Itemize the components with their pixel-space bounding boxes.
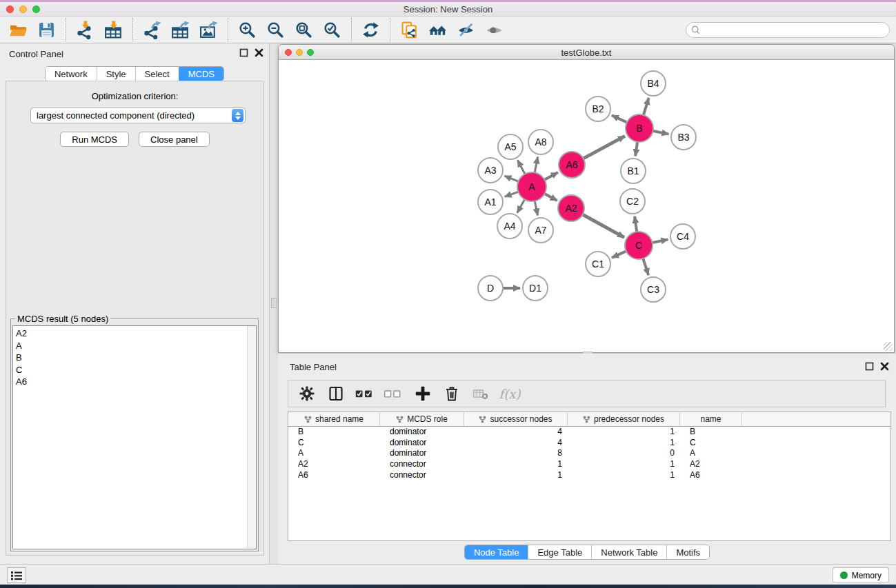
- graph-node-a6[interactable]: A6: [559, 152, 585, 178]
- search-input[interactable]: [686, 22, 890, 38]
- column-header-predecessor-nodes[interactable]: predecessor nodes: [568, 412, 680, 426]
- graph-edge-a-a7[interactable]: [535, 200, 538, 216]
- graph-node-b1[interactable]: B1: [621, 159, 646, 183]
- result-node-a[interactable]: A: [16, 340, 256, 352]
- graph-node-c1[interactable]: C1: [586, 252, 610, 276]
- tab-motifs[interactable]: Motifs: [666, 545, 709, 559]
- tab-select[interactable]: Select: [135, 67, 179, 81]
- network-canvas[interactable]: AA6A2BCA1A3A4A5A7A8B1B2B3B4C1C2C3C4DD1: [279, 61, 894, 352]
- graph-node-b[interactable]: B: [626, 114, 653, 142]
- graph-edge-a-a5[interactable]: [517, 160, 526, 175]
- graph-edge-b-b3[interactable]: [652, 131, 669, 134]
- close-panel-icon[interactable]: [255, 48, 263, 57]
- float-panel-icon[interactable]: [239, 48, 248, 57]
- graph-edge-a2-c[interactable]: [581, 214, 624, 237]
- graph-node-b3[interactable]: B3: [671, 125, 696, 150]
- close-panel-button[interactable]: Close panel: [139, 132, 210, 147]
- graph-edge-c-c3[interactable]: [643, 257, 649, 275]
- export-table-icon[interactable]: [169, 19, 192, 41]
- deselect-all-columns-icon[interactable]: [384, 383, 404, 404]
- graph-node-c3[interactable]: C3: [641, 277, 666, 302]
- table-row-b[interactable]: Bdominator41B: [288, 427, 890, 438]
- zoom-in-icon[interactable]: [236, 19, 259, 41]
- close-table-panel-icon[interactable]: [880, 362, 889, 371]
- result-node-c[interactable]: C: [16, 364, 256, 376]
- column-header-shared-name[interactable]: shared name: [288, 412, 380, 426]
- memory-button[interactable]: Memory: [833, 567, 889, 583]
- graph-edge-c-c1[interactable]: [612, 250, 628, 257]
- split-divider-handle-vertical[interactable]: [271, 298, 277, 308]
- first-neighbors-icon[interactable]: [426, 19, 449, 41]
- zoom-out-icon[interactable]: [264, 19, 287, 41]
- graph-node-d[interactable]: D: [478, 276, 503, 301]
- tab-style[interactable]: Style: [97, 67, 135, 81]
- graph-node-a7[interactable]: A7: [528, 218, 553, 243]
- task-history-button[interactable]: [7, 567, 26, 583]
- column-header-successor-nodes[interactable]: successor nodes: [464, 412, 568, 426]
- table-settings-icon[interactable]: [297, 383, 317, 404]
- save-session-icon[interactable]: [35, 19, 58, 41]
- table-row-a[interactable]: Adominator80A: [288, 448, 890, 459]
- tab-node-table[interactable]: Node Table: [465, 545, 528, 559]
- graph-node-a2[interactable]: A2: [558, 195, 584, 221]
- graph-node-c2[interactable]: C2: [620, 189, 645, 214]
- hide-selected-icon[interactable]: [455, 19, 477, 41]
- run-mcds-button[interactable]: Run MCDS: [60, 132, 129, 147]
- graph-node-a3[interactable]: A3: [478, 158, 503, 183]
- import-network-icon[interactable]: [74, 19, 97, 41]
- refresh-icon[interactable]: [359, 19, 382, 41]
- tab-network[interactable]: Network: [46, 67, 97, 81]
- show-all-icon[interactable]: [483, 19, 506, 41]
- graph-node-a5[interactable]: A5: [498, 134, 523, 159]
- zoom-selected-icon[interactable]: [321, 19, 344, 41]
- create-column-icon[interactable]: [412, 383, 433, 404]
- tab-network-table[interactable]: Network Table: [591, 545, 666, 559]
- delete-column-icon[interactable]: [441, 383, 462, 404]
- select-all-columns-icon[interactable]: [355, 383, 375, 404]
- graph-edge-a-a3[interactable]: [504, 176, 519, 182]
- graph-node-a1[interactable]: A1: [478, 190, 503, 214]
- optimization-criterion-select[interactable]: largest connected component (directed): [30, 108, 246, 123]
- function-builder-icon[interactable]: f(x): [499, 383, 520, 404]
- table-row-a6[interactable]: A6connector11A6: [288, 470, 890, 481]
- graph-edge-a-a8[interactable]: [535, 157, 538, 174]
- graph-node-c[interactable]: C: [625, 232, 653, 259]
- delete-table-icon[interactable]: [470, 383, 491, 404]
- export-network-icon[interactable]: [141, 19, 163, 41]
- clone-network-icon[interactable]: [398, 19, 421, 41]
- graph-edge-c-c4[interactable]: [651, 239, 668, 243]
- open-file-icon[interactable]: [7, 19, 30, 41]
- zoom-fit-icon[interactable]: [292, 19, 315, 41]
- result-node-a2[interactable]: A2: [16, 327, 256, 340]
- graph-edge-a-a6[interactable]: [544, 172, 558, 181]
- graph-node-a8[interactable]: A8: [528, 130, 553, 154]
- graph-node-a[interactable]: A: [517, 172, 546, 201]
- import-table-icon[interactable]: [102, 19, 125, 41]
- graph-node-a4[interactable]: A4: [497, 214, 522, 239]
- result-list-scrollbar[interactable]: [247, 326, 256, 549]
- tab-mcds[interactable]: MCDS: [179, 67, 223, 81]
- tab-edge-table[interactable]: Edge Table: [528, 545, 591, 559]
- column-header-name[interactable]: name: [680, 412, 742, 426]
- graph-node-c4[interactable]: C4: [670, 224, 695, 249]
- resize-grip-icon[interactable]: [884, 342, 893, 351]
- graph-node-b4[interactable]: B4: [641, 71, 666, 96]
- graph-node-b2[interactable]: B2: [586, 97, 610, 121]
- graph-edge-c-c2[interactable]: [635, 216, 637, 233]
- network-window-titlebar[interactable]: testGlobe.txt: [279, 45, 894, 60]
- table-row-a2[interactable]: A2connector11A2: [288, 459, 890, 470]
- graph-edge-b-b1[interactable]: [635, 141, 637, 156]
- export-image-icon[interactable]: [197, 19, 220, 41]
- result-node-b[interactable]: B: [16, 352, 256, 364]
- graph-node-d1[interactable]: D1: [523, 276, 548, 301]
- graph-edge-b-b2[interactable]: [612, 115, 628, 123]
- graph-edge-b-b4[interactable]: [643, 98, 648, 116]
- graph-edge-a-a2[interactable]: [544, 193, 557, 201]
- graph-edge-a-a4[interactable]: [517, 199, 526, 213]
- column-header-mcds-role[interactable]: MCDS role: [380, 412, 464, 426]
- float-table-panel-icon[interactable]: [865, 362, 874, 371]
- table-row-c[interactable]: Cdominator41C: [288, 438, 890, 449]
- result-node-a6[interactable]: A6: [16, 376, 256, 388]
- graph-edge-a6-b[interactable]: [582, 136, 625, 159]
- graph-edge-a-a1[interactable]: [505, 192, 520, 197]
